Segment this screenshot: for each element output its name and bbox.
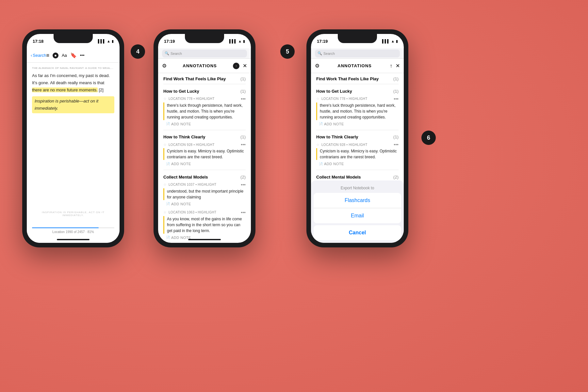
ann-meta-think-3: ☆ LOCATION 928 • HIGHLIGHT ••• [316, 142, 399, 147]
search-icon-2: 🔍 [165, 51, 169, 55]
ann-quote-text-lucky-3: there's luck through persistence, hard w… [320, 102, 399, 120]
ann-quote-text-think-3: Cynicism is easy. Mimicry is easy. Optim… [320, 148, 399, 160]
add-note-icon-lucky-3: 📄 [319, 122, 323, 126]
add-note-lucky-3[interactable]: 📄 ADD NOTE [316, 121, 399, 127]
annotations-title-2: ANNOTATIONS [167, 63, 233, 68]
ann-location-lucky-3: LOCATION 778 • HIGHLIGHT [321, 97, 392, 101]
back-chevron-icon: ‹ [31, 53, 32, 58]
ann-location-think-3: LOCATION 928 • HIGHLIGHT [321, 143, 392, 147]
add-note-mental-1[interactable]: 📄 ADD NOTE [163, 201, 246, 207]
add-note-label-lucky-3: ADD NOTE [324, 122, 344, 126]
section-title-find-work: Find Work That Feels Like Play [163, 76, 226, 81]
phone-2: 17:19 ▌▌▌ ▲ ▮ 🔍 Search ⚙ ANNOTATIONS ↑ ✕ [154, 29, 255, 247]
phone-1-screen: 17:18 ▌▌▌ ▲ ▮ ‹ Search ≡ ● Aa 🔖 ••• THE [27, 34, 120, 243]
share-icon-2[interactable]: ↑ [233, 63, 239, 69]
ann-header-right-3: ↑ ✕ [390, 63, 400, 69]
more-icon-mental-2[interactable]: ••• [241, 210, 246, 215]
share-icon-3[interactable]: ↑ [390, 63, 392, 69]
book-title: THE ALMANACK OF NAVAL RAVIKANT: A GUIDE … [32, 67, 114, 70]
star-icon-think-3[interactable]: ☆ [316, 143, 319, 147]
flashcards-option[interactable]: Flashcards [314, 193, 401, 208]
nav-back-1[interactable]: ‹ Search [31, 53, 46, 58]
more-icon-lucky-3[interactable]: ••• [394, 96, 399, 102]
ann-quote-text-mental-2: As you know, most of the gains in life c… [167, 216, 246, 234]
annotation-item-mental-2: ☆ LOCATION 1063 • HIGHLIGHT ••• As you k… [158, 209, 251, 242]
section-title-lucky-3: How to Get Lucky [316, 89, 352, 94]
status-icons-1: ▌▌▌ ▲ ▮ [98, 39, 114, 43]
annotations-header-2: ⚙ ANNOTATIONS ↑ ✕ [158, 59, 251, 73]
email-option[interactable]: Email [314, 208, 401, 223]
star-icon-mental-1[interactable]: ☆ [163, 182, 167, 187]
phone-2-screen: 17:19 ▌▌▌ ▲ ▮ 🔍 Search ⚙ ANNOTATIONS ↑ ✕ [158, 34, 251, 243]
section-header-think: How to Think Clearly (1) [158, 131, 251, 141]
star-icon-lucky[interactable]: ☆ [163, 97, 167, 101]
nav-bar-1: ‹ Search ≡ ● Aa 🔖 ••• [27, 48, 120, 63]
ann-quote-lucky-3: there's luck through persistence, hard w… [316, 102, 399, 120]
add-note-label-think: ADD NOTE [171, 162, 191, 166]
status-icons-2: ▌▌▌ ▲ ▮ [229, 39, 245, 43]
add-note-label-think-3: ADD NOTE [324, 162, 344, 166]
search-bar-3: 🔍 Search [311, 48, 404, 59]
export-sheet-title: Export Notebook to [311, 186, 404, 190]
cancel-container: Cancel [314, 225, 401, 240]
step-badge-4: 4 [131, 44, 145, 59]
star-icon-think[interactable]: ☆ [163, 143, 167, 147]
ann-quote-text-think: Cynicism is easy. Mimicry is easy. Optim… [167, 148, 246, 160]
filter-icon-3[interactable]: ⚙ [315, 63, 319, 69]
ann-location-think: LOCATION 928 • HIGHLIGHT [169, 143, 239, 147]
divider-p3-2 [316, 130, 399, 130]
annotations-body-2: Find Work That Feels Like Play (1) How t… [158, 73, 251, 243]
filter-icon-2[interactable]: ⚙ [162, 63, 167, 69]
wifi-icon-2: ▲ [238, 39, 242, 43]
ann-meta-lucky-3: ☆ LOCATION 778 • HIGHLIGHT ••• [316, 96, 399, 102]
ann-quote-lucky: there's luck through persistence, hard w… [163, 102, 246, 120]
add-note-think-3[interactable]: 📄 ADD NOTE [316, 161, 399, 166]
section-header-think-3: How to Think Clearly (1) [311, 131, 404, 141]
annotation-item-think-3: ☆ LOCATION 928 • HIGHLIGHT ••• Cynicism … [311, 141, 404, 168]
status-time-2: 17:19 [164, 39, 175, 44]
search-input-3[interactable]: 🔍 Search [315, 50, 400, 57]
section-header-lucky-3: How to Get Lucky (1) [311, 86, 404, 95]
book-content: THE ALMANACK OF NAVAL RAVIKANT: A GUIDE … [27, 63, 120, 243]
add-note-lucky[interactable]: 📄 ADD NOTE [163, 121, 246, 127]
section-count-think-3: (1) [393, 134, 399, 139]
more-icon[interactable]: ••• [80, 53, 85, 58]
status-time-3: 17:19 [317, 39, 328, 44]
close-icon-3[interactable]: ✕ [396, 63, 400, 69]
section-count-find-work: (1) [240, 76, 246, 81]
font-aa-icon[interactable]: Aa [62, 53, 67, 58]
star-icon-mental-2[interactable]: ☆ [163, 210, 167, 214]
close-icon-2[interactable]: ✕ [243, 63, 247, 69]
phone-3: 17:19 ▌▌▌ ▲ ▮ 🔍 Search ⚙ ANNOTATIONS ↑ ✕ [306, 29, 408, 247]
share-arrow-icon: ↑ [236, 64, 237, 68]
ann-location-mental-2: LOCATION 1063 • HIGHLIGHT [169, 211, 239, 214]
toc-icon[interactable]: ≡ [46, 53, 49, 58]
ann-meta-lucky: ☆ LOCATION 778 • HIGHLIGHT ••• [163, 96, 246, 102]
search-placeholder-2: Search [171, 52, 182, 55]
more-icon-lucky[interactable]: ••• [241, 96, 246, 102]
book-progress: Location 1990 of 2457 · 81% [32, 227, 114, 234]
font-circle-icon[interactable]: ● [53, 53, 58, 58]
section-header-find-work-3: Find Work That Feels Like Play (1) [311, 73, 404, 83]
more-icon-think[interactable]: ••• [241, 142, 246, 147]
signal-icon-3: ▌▌▌ [382, 39, 390, 43]
section-title-mental: Collect Mental Models [163, 175, 208, 180]
star-icon-lucky-3[interactable]: ☆ [316, 97, 319, 101]
search-input-2[interactable]: 🔍 Search [162, 50, 247, 57]
section-title-think-3: How to Think Clearly [316, 134, 358, 139]
add-note-think[interactable]: 📄 ADD NOTE [163, 161, 246, 166]
section-count-mental-3: (2) [393, 175, 399, 180]
more-icon-mental-1[interactable]: ••• [241, 182, 246, 187]
section-count-lucky-3: (1) [393, 89, 399, 94]
search-bar-2: 🔍 Search [158, 48, 251, 59]
section-count-find-work-3: (1) [393, 76, 399, 81]
cancel-button[interactable]: Cancel [314, 225, 401, 240]
status-time-1: 17:18 [33, 39, 43, 44]
add-note-label-mental-1: ADD NOTE [171, 202, 191, 206]
section-title-lucky: How to Get Lucky [163, 89, 199, 94]
bookmark-icon[interactable]: 🔖 [70, 52, 77, 58]
more-icon-think-3[interactable]: ••• [394, 142, 399, 147]
step-badge-6: 6 [421, 131, 436, 145]
section-header-mental-3: Collect Mental Models (2) [311, 171, 404, 181]
ann-header-right-2: ↑ ✕ [233, 63, 247, 69]
